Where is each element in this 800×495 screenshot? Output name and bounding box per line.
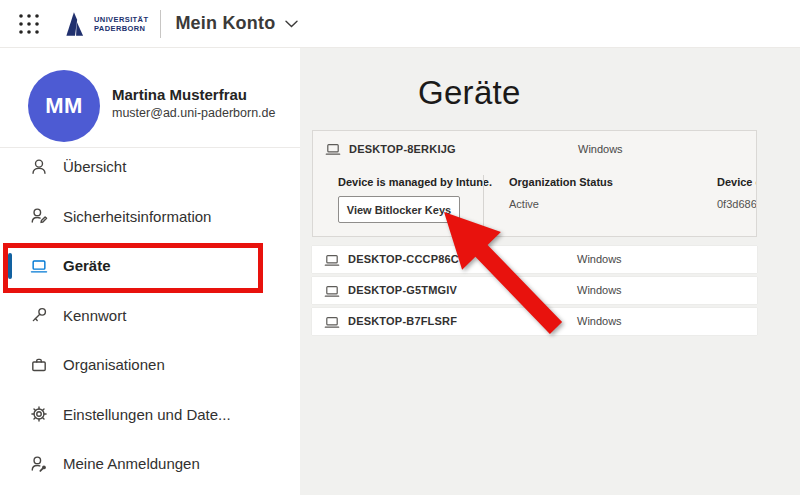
organization-status-value: Active bbox=[509, 198, 539, 210]
device-laptop-icon bbox=[325, 141, 341, 157]
device-os: Windows bbox=[578, 143, 623, 155]
person-icon bbox=[30, 158, 48, 176]
sidebar-item-uebersicht[interactable]: Übersicht bbox=[0, 142, 300, 192]
sidebar-item-label: Kennwort bbox=[63, 307, 126, 324]
sidebar-item-kennwort[interactable]: Kennwort bbox=[0, 291, 300, 341]
organization-status-label: Organization Status bbox=[509, 176, 613, 188]
sidebar-item-label: Sicherheitsinformation bbox=[63, 208, 211, 225]
device-os: Windows bbox=[577, 315, 622, 327]
top-bar: UNIVERSITÄT PADERBORN Mein Konto bbox=[0, 0, 800, 48]
app-title: Mein Konto bbox=[175, 13, 275, 34]
sidebar-item-label: Einstellungen und Date... bbox=[63, 406, 231, 423]
device-name: DESKTOP-G5TMGIV bbox=[348, 284, 457, 296]
university-paderborn-logo: UNIVERSITÄT PADERBORN bbox=[62, 10, 148, 38]
profile-email: muster@ad.uni-paderborn.de bbox=[112, 106, 275, 120]
university-logo-icon bbox=[62, 10, 88, 38]
person-edit-icon bbox=[30, 207, 48, 225]
sidebar-nav: Übersicht Sicherheitsinformation Geräte bbox=[0, 142, 300, 489]
sidebar-item-meine-anmeldungen[interactable]: Meine Anmeldungen bbox=[0, 439, 300, 489]
sidebar-item-label: Geräte bbox=[63, 257, 111, 274]
page-title: Geräte bbox=[418, 74, 521, 112]
sidebar-item-sicherheitsinformation[interactable]: Sicherheitsinformation bbox=[0, 192, 300, 242]
sidebar-item-label: Übersicht bbox=[63, 158, 126, 175]
device-laptop-icon bbox=[324, 252, 340, 268]
device-laptop-icon bbox=[324, 314, 340, 330]
profile-name: Martina Musterfrau bbox=[112, 86, 247, 103]
sidebar-item-einstellungen[interactable]: Einstellungen und Date... bbox=[0, 390, 300, 440]
device-name: DESKTOP-B7FLSRF bbox=[348, 315, 457, 327]
briefcase-icon bbox=[30, 356, 48, 374]
sidebar-item-organisationen[interactable]: Organisationen bbox=[0, 340, 300, 390]
device-os: Windows bbox=[577, 284, 622, 296]
app-launcher-waffle-icon[interactable] bbox=[18, 13, 40, 35]
device-laptop-icon bbox=[324, 283, 340, 299]
topbar-divider bbox=[160, 10, 161, 38]
managed-by-intune-text: Device is managed by Intune. bbox=[338, 176, 492, 188]
card-vertical-divider bbox=[483, 175, 484, 227]
university-logo-text: UNIVERSITÄT PADERBORN bbox=[94, 15, 148, 33]
device-row[interactable]: DESKTOP-B7FLSRF Windows bbox=[312, 308, 757, 335]
view-bitlocker-keys-button[interactable]: View Bitlocker Keys bbox=[338, 196, 460, 223]
device-object-label: Device obj bbox=[717, 176, 757, 188]
device-object-value: 0f3d6862-2 bbox=[717, 198, 757, 210]
person-key-icon bbox=[30, 455, 48, 473]
key-icon bbox=[30, 306, 48, 324]
sidebar-item-label: Meine Anmeldungen bbox=[63, 455, 200, 472]
sidebar: MM Martina Musterfrau muster@ad.uni-pade… bbox=[0, 48, 300, 495]
device-card-expanded[interactable]: DESKTOP-8ERKIJG Windows Device is manage… bbox=[312, 130, 757, 237]
chevron-down-icon[interactable] bbox=[285, 20, 298, 28]
sidebar-item-geraete[interactable]: Geräte bbox=[0, 241, 300, 291]
laptop-icon bbox=[30, 257, 48, 275]
sidebar-item-label: Organisationen bbox=[63, 356, 165, 373]
device-os: Windows bbox=[577, 253, 622, 265]
gear-icon bbox=[30, 405, 48, 423]
device-name: DESKTOP-8ERKIJG bbox=[349, 143, 456, 155]
device-row[interactable]: DESKTOP-CCCP86C Windows bbox=[312, 246, 757, 273]
device-name: DESKTOP-CCCP86C bbox=[348, 253, 459, 265]
device-row[interactable]: DESKTOP-G5TMGIV Windows bbox=[312, 277, 757, 304]
avatar[interactable]: MM bbox=[28, 70, 100, 142]
selected-indicator-bar bbox=[8, 253, 12, 279]
